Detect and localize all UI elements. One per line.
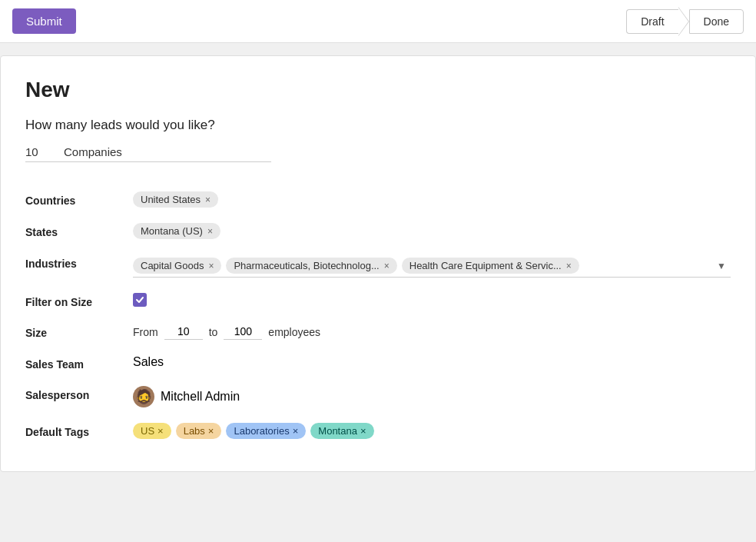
tag-pharmaceuticals: Pharmaceuticals, Biotechnolog... × <box>226 258 396 274</box>
industries-tags: Capital Goods × Pharmaceuticals, Biotech… <box>133 258 712 274</box>
tag-labs-text: Labs <box>184 425 205 437</box>
remove-health-care[interactable]: × <box>566 261 572 271</box>
industries-dropdown[interactable]: Capital Goods × Pharmaceuticals, Biotech… <box>133 258 731 278</box>
tag-health-care: Health Care Equipment & Servic... × <box>402 258 579 274</box>
states-row: States Montana (US) × <box>25 215 731 247</box>
salesperson-value: 🧔 Mitchell Admin <box>133 386 731 407</box>
avatar: 🧔 <box>133 386 154 407</box>
draft-button[interactable]: Draft <box>626 9 678 34</box>
filter-on-size-row: Filter on Size <box>25 285 731 316</box>
tag-label: Health Care Equipment & Servic... <box>410 260 562 271</box>
tag-capital-goods: Capital Goods × <box>133 258 221 274</box>
salesperson-info: 🧔 Mitchell Admin <box>133 386 240 407</box>
submit-button[interactable]: Submit <box>12 8 76 34</box>
filter-on-size-value <box>133 293 731 307</box>
size-from-input[interactable] <box>164 324 203 340</box>
filter-on-size-label: Filter on Size <box>25 293 133 308</box>
tag-us-text: US <box>141 425 154 437</box>
size-row: Size From to employees <box>25 316 731 347</box>
countries-row: Countries United States × <box>25 184 731 215</box>
remove-pharmaceuticals[interactable]: × <box>384 261 390 271</box>
size-from-label: From <box>133 326 158 338</box>
tag-label: Montana (US) <box>141 225 203 237</box>
tag-labs: Labs × <box>176 423 222 439</box>
countries-value: United States × <box>133 191 731 208</box>
sales-team-row: Sales Team Sales <box>25 347 731 378</box>
filter-on-size-checkbox[interactable] <box>133 293 147 307</box>
remove-united-states[interactable]: × <box>205 195 211 205</box>
tag-laboratories-text: Laboratories <box>234 425 289 437</box>
size-to-input[interactable] <box>224 324 262 340</box>
default-tags-row: Default Tags US × Labs × Laboratories × … <box>25 415 731 447</box>
tag-label: Capital Goods <box>141 260 204 271</box>
states-label: States <box>25 223 133 238</box>
industries-row: Industries Capital Goods × Pharmaceutica… <box>25 247 731 285</box>
leads-question: How many leads would you like? <box>25 118 731 133</box>
size-unit: employees <box>268 326 320 338</box>
industries-dropdown-arrow[interactable]: ▼ <box>712 259 731 273</box>
top-bar: Submit Draft Done <box>0 0 756 43</box>
main-card: New How many leads would you like? Count… <box>0 55 756 472</box>
default-tags-label: Default Tags <box>25 423 133 438</box>
default-tags-value: US × Labs × Laboratories × Montana × <box>133 423 731 439</box>
size-to-label: to <box>209 326 218 338</box>
tag-montana-us: Montana (US) × <box>133 223 220 239</box>
page-title: New <box>25 78 731 102</box>
size-label: Size <box>25 324 133 339</box>
remove-tag-labs[interactable]: × <box>208 425 214 437</box>
salesperson-label: Salesperson <box>25 386 133 401</box>
remove-montana-us[interactable]: × <box>207 226 213 237</box>
remove-tag-laboratories[interactable]: × <box>293 425 299 437</box>
states-value: Montana (US) × <box>133 223 731 239</box>
leads-count-input[interactable] <box>25 145 56 158</box>
remove-capital-goods[interactable]: × <box>208 261 214 271</box>
leads-count-row <box>25 145 271 162</box>
leads-type-input[interactable] <box>64 145 271 158</box>
remove-tag-montana[interactable]: × <box>360 425 366 437</box>
tag-us: US × <box>133 423 171 439</box>
sales-team-label: Sales Team <box>25 355 133 371</box>
done-button[interactable]: Done <box>689 9 744 34</box>
tag-united-states: United States × <box>133 191 218 208</box>
tag-montana: Montana × <box>310 423 373 439</box>
avatar-emoji: 🧔 <box>135 390 152 404</box>
industries-value: Capital Goods × Pharmaceuticals, Biotech… <box>133 254 731 278</box>
salesperson-name: Mitchell Admin <box>161 390 240 404</box>
tag-montana-text: Montana <box>318 425 357 437</box>
size-value: From to employees <box>133 324 731 340</box>
remove-tag-us[interactable]: × <box>158 425 164 437</box>
countries-label: Countries <box>25 191 133 207</box>
tag-label: United States <box>141 194 201 205</box>
sales-team-text: Sales <box>133 355 164 369</box>
tag-laboratories: Laboratories × <box>226 423 306 439</box>
sales-team-value: Sales <box>133 355 731 369</box>
industries-label: Industries <box>25 254 133 270</box>
size-range: From to employees <box>133 324 320 340</box>
tag-label: Pharmaceuticals, Biotechnolog... <box>234 260 379 271</box>
status-group: Draft Done <box>626 7 744 36</box>
salesperson-row: Salesperson 🧔 Mitchell Admin <box>25 378 731 415</box>
